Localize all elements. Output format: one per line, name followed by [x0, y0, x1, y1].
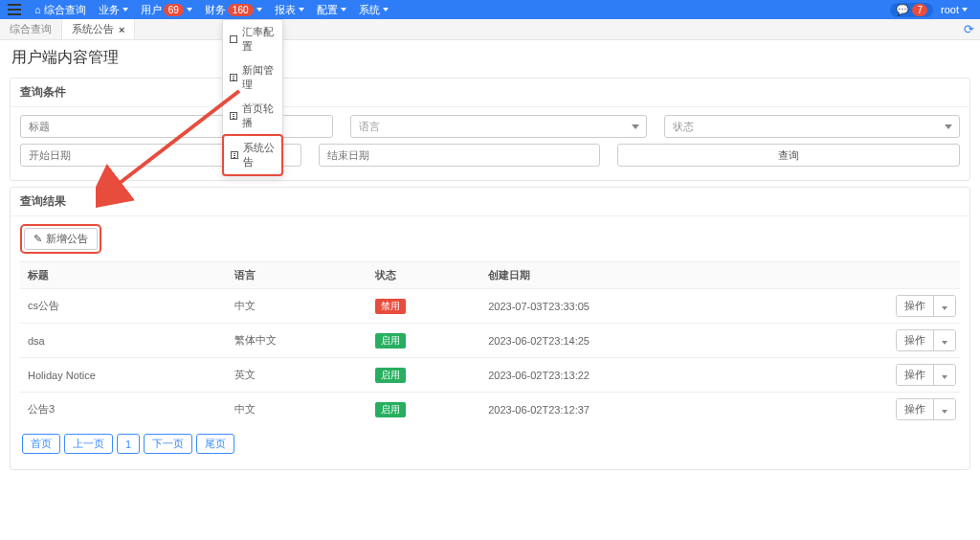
cell-status: 启用: [368, 324, 480, 358]
results-table: 标题 语言 状态 创建日期 cs公告中文禁用2023-07-03T23:33:0…: [20, 261, 960, 426]
close-icon[interactable]: ×: [119, 24, 124, 35]
chevron-down-icon: [942, 306, 947, 310]
status-badge: 启用: [375, 402, 406, 417]
nav-system[interactable]: 系统: [354, 3, 393, 17]
cell-status: 启用: [368, 393, 480, 427]
chevron-down-icon: [122, 8, 128, 11]
action-group: 操作: [896, 364, 956, 386]
table-row: Holiday Notice英文启用2023-06-02T23:13:22操作: [20, 358, 960, 393]
nav-user[interactable]: 用户 69: [136, 3, 197, 17]
nav-user-menu[interactable]: root: [936, 4, 972, 15]
action-group: 操作: [896, 295, 956, 317]
home-icon: ⌂: [34, 4, 41, 15]
action-dropdown-button[interactable]: [934, 296, 955, 316]
status-badge: 禁用: [375, 299, 406, 314]
action-dropdown-button[interactable]: [934, 365, 955, 385]
page-prev[interactable]: 上一页: [64, 434, 113, 454]
nav-report-label: 报表: [275, 3, 296, 17]
filter-panel: 查询条件 语言 状态 查询: [10, 78, 970, 181]
results-header: 查询结果: [11, 188, 969, 216]
dropdown-item-carousel[interactable]: 首页轮播: [223, 97, 282, 135]
cell-status: 启用: [368, 358, 480, 393]
nav-system-label: 系统: [359, 3, 380, 17]
menu-hamburger-icon[interactable]: [8, 4, 21, 15]
nav-finance-label: 财务: [205, 3, 226, 17]
col-status: 状态: [368, 262, 480, 289]
page-next[interactable]: 下一页: [144, 434, 192, 454]
filter-end-date-input[interactable]: [319, 144, 600, 167]
nav-config-label: 配置: [317, 3, 338, 17]
tab-home[interactable]: 综合查询: [0, 19, 62, 39]
action-group: 操作: [896, 398, 956, 420]
cell-language: 英文: [227, 358, 368, 393]
query-button[interactable]: 查询: [617, 144, 960, 167]
dropdown-item-news[interactable]: 新闻管理: [223, 58, 282, 97]
cell-language: 繁体中文: [227, 324, 368, 358]
nav-user-label: 用户: [141, 3, 162, 17]
dropdown-item-label: 汇率配置: [242, 25, 276, 54]
nav-report[interactable]: 报表: [270, 3, 309, 17]
action-button[interactable]: 操作: [897, 296, 934, 316]
chevron-down-icon: [383, 8, 389, 11]
top-navbar: ⌂ 综合查询 业务 用户 69 财务 160 报表 配置 系统 💬 7: [0, 0, 980, 19]
nav-home-label: 综合查询: [44, 3, 86, 17]
status-badge: 启用: [375, 368, 406, 383]
tab-home-label: 综合查询: [10, 22, 52, 36]
chevron-down-icon: [256, 8, 262, 11]
config-dropdown: 汇率配置 新闻管理 首页轮播 系统公告: [222, 19, 283, 176]
nav-home[interactable]: ⌂ 综合查询: [30, 3, 91, 17]
add-notice-button[interactable]: ✎ 新增公告: [24, 228, 98, 250]
page-first[interactable]: 首页: [22, 434, 60, 454]
add-notice-highlight: ✎ 新增公告: [20, 224, 101, 254]
page-last[interactable]: 尾页: [196, 434, 234, 454]
cell-actions: 操作: [791, 358, 960, 393]
cell-date: 2023-06-02T23:12:37: [480, 393, 791, 427]
book-icon: [230, 112, 237, 120]
filter-status-select[interactable]: 状态: [664, 115, 960, 138]
cell-title: cs公告: [20, 289, 227, 324]
page-title: 用户端内容管理: [0, 40, 980, 72]
chevron-down-icon: [299, 8, 304, 11]
refresh-icon[interactable]: ⟳: [964, 22, 974, 36]
add-notice-label: 新增公告: [46, 232, 88, 246]
table-header-row: 标题 语言 状态 创建日期: [20, 262, 960, 289]
pagination: 首页 上一页 1 下一页 尾页: [20, 426, 960, 461]
col-created: 创建日期: [480, 262, 791, 289]
dropdown-item-label: 系统公告: [243, 141, 275, 169]
table-row: dsa繁体中文启用2023-06-02T23:14:25操作: [20, 324, 960, 358]
dropdown-item-label: 首页轮播: [242, 101, 276, 130]
table-row: cs公告中文禁用2023-07-03T23:33:05操作: [20, 289, 960, 324]
chevron-down-icon: [341, 8, 346, 11]
page-1[interactable]: 1: [117, 434, 140, 454]
action-button[interactable]: 操作: [897, 399, 934, 419]
cell-title: Holiday Notice: [20, 358, 227, 393]
action-dropdown-button[interactable]: [934, 330, 955, 350]
tabs-bar: 综合查询 系统公告 × ⟳: [0, 19, 980, 40]
tab-system-notice[interactable]: 系统公告 ×: [62, 19, 135, 39]
nav-finance[interactable]: 财务 160: [200, 3, 267, 17]
book-icon: [230, 74, 237, 81]
dropdown-item-label: 新闻管理: [242, 63, 276, 92]
nav-messages[interactable]: 💬 7: [890, 3, 933, 17]
action-button[interactable]: 操作: [897, 330, 934, 350]
cell-status: 禁用: [368, 289, 480, 324]
chevron-down-icon: [962, 8, 968, 11]
nav-finance-badge: 160: [228, 4, 254, 16]
action-button[interactable]: 操作: [897, 365, 934, 385]
chevron-down-icon: [942, 341, 947, 345]
filter-language-select[interactable]: 语言: [350, 115, 646, 138]
dropdown-item-exchange-rate[interactable]: 汇率配置: [223, 20, 282, 58]
dropdown-item-system-notice[interactable]: 系统公告: [222, 134, 283, 176]
filter-title-input[interactable]: [20, 115, 333, 138]
chevron-down-icon: [942, 375, 947, 379]
nav-business[interactable]: 业务: [94, 3, 133, 17]
cell-actions: 操作: [791, 324, 960, 358]
cell-language: 中文: [227, 393, 368, 427]
nav-config[interactable]: 配置: [312, 3, 351, 17]
cell-date: 2023-06-02T23:13:22: [480, 358, 791, 393]
col-language: 语言: [227, 262, 368, 289]
action-dropdown-button[interactable]: [934, 399, 955, 419]
book-icon: [231, 151, 238, 159]
pencil-icon: ✎: [33, 233, 42, 245]
cell-date: 2023-06-02T23:14:25: [480, 324, 791, 358]
